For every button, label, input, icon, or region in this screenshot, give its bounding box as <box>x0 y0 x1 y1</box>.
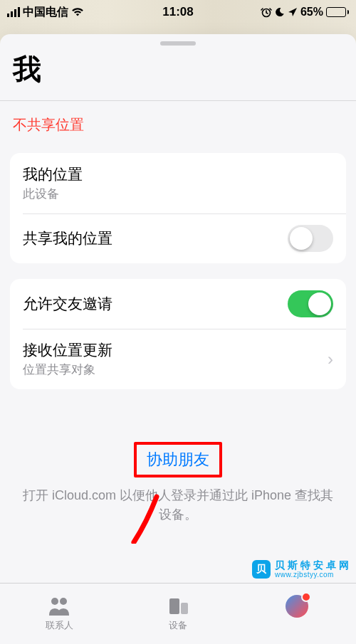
battery-icon <box>326 7 349 17</box>
chevron-right-icon: › <box>328 349 333 369</box>
svg-point-2 <box>60 598 67 605</box>
help-friend-section: 协助朋友 打开 iCloud.com 以便他人登录并通过此 iPhone 查找其… <box>0 442 356 524</box>
tab-bar: 联系人 设备 我 <box>0 583 356 644</box>
help-friend-link[interactable]: 协助朋友 <box>137 445 219 475</box>
allow-friend-request-title: 允许交友邀请 <box>23 294 112 314</box>
notification-badge <box>301 592 311 602</box>
my-location-title: 我的位置 <box>23 164 83 184</box>
receive-location-updates-sub: 位置共享对象 <box>23 361 112 378</box>
me-avatar-icon <box>286 595 308 618</box>
receive-location-updates-cell[interactable]: 接收位置更新 位置共享对象 › <box>10 329 346 389</box>
do-not-disturb-icon <box>275 7 285 17</box>
alarm-icon <box>261 6 272 18</box>
battery-percent: 65% <box>300 6 323 19</box>
people-icon <box>46 596 72 617</box>
allow-friend-request-cell: 允许交友邀请 <box>10 279 346 329</box>
location-arrow-icon <box>288 7 298 17</box>
watermark-logo-icon: 贝 <box>252 560 271 579</box>
status-bar: 中国电信 11:08 65% <box>0 0 356 21</box>
tab-people[interactable]: 联系人 <box>0 584 119 644</box>
watermark: 贝 贝斯特安卓网 www.zjbstyy.com <box>252 560 352 579</box>
my-location-cell[interactable]: 我的位置 此设备 <box>10 153 346 213</box>
share-my-location-title: 共享我的位置 <box>23 228 112 248</box>
not-sharing-label: 不共享位置 <box>0 101 356 147</box>
me-sheet: 我 不共享位置 我的位置 此设备 共享我的位置 允许交友邀请 接收位置更新 <box>0 34 356 644</box>
cellular-signal-icon <box>7 7 20 17</box>
svg-rect-3 <box>169 598 179 614</box>
watermark-url: www.zjbstyy.com <box>275 571 352 579</box>
carrier-label: 中国电信 <box>23 5 68 20</box>
my-location-sub: 此设备 <box>23 186 83 202</box>
allow-friend-request-switch[interactable] <box>288 290 333 317</box>
watermark-name: 贝斯特安卓网 <box>275 560 352 571</box>
help-friend-description: 打开 iCloud.com 以便他人登录并通过此 iPhone 查找其 设备。 <box>14 486 342 524</box>
annotation-highlight-box: 协助朋友 <box>134 442 222 477</box>
tab-people-label: 联系人 <box>46 619 73 632</box>
wifi-icon <box>71 7 84 17</box>
page-title: 我 <box>0 46 356 100</box>
tab-devices-label: 设备 <box>169 619 187 632</box>
receive-location-updates-title: 接收位置更新 <box>23 340 112 360</box>
tab-devices[interactable]: 设备 <box>119 584 238 644</box>
friend-group: 允许交友邀请 接收位置更新 位置共享对象 › <box>10 279 346 389</box>
devices-icon <box>165 596 191 617</box>
share-my-location-cell: 共享我的位置 <box>10 213 346 263</box>
svg-point-1 <box>51 598 58 605</box>
status-time: 11:08 <box>162 5 193 19</box>
location-group: 我的位置 此设备 共享我的位置 <box>10 153 346 263</box>
tab-me[interactable]: 我 <box>237 584 356 644</box>
svg-rect-4 <box>181 603 188 614</box>
share-my-location-switch[interactable] <box>288 225 333 252</box>
